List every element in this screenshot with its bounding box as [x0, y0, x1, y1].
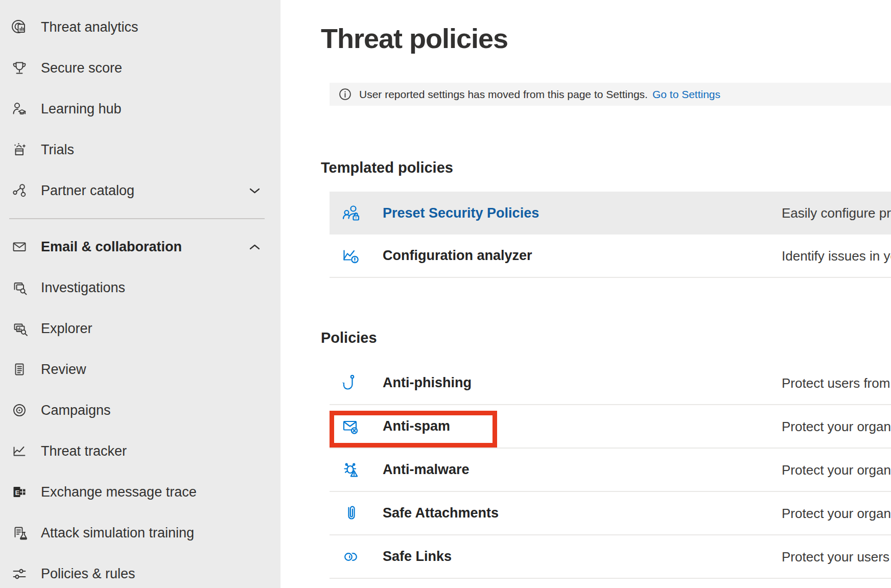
svg-text:E: E — [15, 489, 20, 497]
row-safe-links[interactable]: Safe Links Protect your users fr — [330, 535, 891, 579]
templated-policies-list: Preset Security Policies Easily configur… — [330, 192, 891, 278]
info-icon — [338, 87, 352, 101]
row-description: Easily configure prot — [782, 205, 891, 221]
mail-icon — [10, 238, 29, 256]
row-title-safe-attachments[interactable]: Safe Attachments — [383, 505, 499, 521]
sidebar-item-label: Investigations — [41, 280, 125, 296]
info-banner: User reported settings has moved from th… — [330, 83, 891, 106]
threat-tracker-icon — [10, 442, 29, 460]
sidebar-item-label: Threat analytics — [41, 19, 138, 35]
review-icon — [10, 360, 29, 379]
anti-phishing-icon — [341, 373, 361, 393]
row-anti-phishing[interactable]: Anti-phishing Protect users from p — [330, 362, 891, 405]
row-description: Protect your organiz — [782, 462, 891, 478]
sidebar-item-trials[interactable]: Trials — [0, 129, 280, 170]
sidebar-item-investigations[interactable]: Investigations — [0, 267, 280, 308]
row-title-preset-security-policies[interactable]: Preset Security Policies — [383, 205, 539, 221]
row-title-safe-links[interactable]: Safe Links — [383, 549, 452, 565]
left-navigation: Threat analytics Secure score Learning h… — [0, 0, 280, 588]
sidebar-item-secure-score[interactable]: Secure score — [0, 48, 280, 88]
sidebar-item-label: Trials — [41, 142, 74, 158]
preset-security-icon — [341, 203, 361, 223]
trials-icon — [10, 140, 29, 159]
sidebar-item-label: Learning hub — [41, 101, 122, 117]
sidebar-item-label: Email & collaboration — [41, 239, 182, 255]
anti-spam-icon — [341, 416, 361, 437]
configuration-analyzer-icon — [341, 246, 361, 266]
sidebar-item-label: Partner catalog — [41, 183, 134, 199]
templated-policies-heading: Templated policies — [321, 157, 891, 178]
sidebar-item-threat-tracker[interactable]: Threat tracker — [0, 431, 280, 472]
sidebar-divider — [9, 218, 265, 219]
learning-hub-icon — [10, 100, 29, 118]
sidebar-item-label: Threat tracker — [41, 443, 127, 459]
row-title-anti-malware[interactable]: Anti-malware — [383, 462, 470, 478]
safe-links-icon — [341, 547, 361, 567]
sidebar-item-label: Attack simulation training — [41, 525, 194, 541]
sidebar-item-label: Review — [41, 362, 86, 378]
sidebar-item-label: Policies & rules — [41, 566, 135, 582]
row-description: Protect your organiz — [782, 505, 891, 521]
exchange-icon: E — [10, 483, 29, 501]
attack-simulation-icon — [10, 524, 29, 542]
row-description: Protect your organiz — [782, 418, 891, 434]
row-title-configuration-analyzer[interactable]: Configuration analyzer — [383, 248, 532, 264]
row-title-anti-spam[interactable]: Anti-spam — [383, 418, 450, 434]
sidebar-item-review[interactable]: Review — [0, 349, 280, 390]
sidebar-item-exchange-message-trace[interactable]: E Exchange message trace — [0, 472, 280, 512]
row-title-anti-phishing[interactable]: Anti-phishing — [383, 375, 472, 391]
partner-catalog-icon — [10, 181, 29, 200]
sidebar-item-label: Secure score — [41, 60, 122, 76]
sidebar-item-label: Explorer — [41, 321, 92, 337]
sidebar-item-policies-rules[interactable]: Policies & rules — [0, 553, 280, 588]
policies-heading: Policies — [321, 327, 891, 348]
sidebar-item-email-collaboration[interactable]: Email & collaboration — [0, 226, 280, 267]
row-description: Protect users from p — [782, 375, 891, 391]
chevron-up-icon[interactable] — [249, 244, 260, 250]
chevron-down-icon[interactable] — [249, 188, 260, 194]
anti-malware-icon — [341, 460, 361, 480]
row-description: Identify issues in you — [782, 248, 891, 264]
policies-rules-icon — [10, 565, 29, 583]
sidebar-item-learning-hub[interactable]: Learning hub — [0, 88, 280, 129]
trophy-icon — [10, 59, 29, 77]
row-anti-spam[interactable]: Anti-spam Protect your organiz — [330, 405, 891, 449]
go-to-settings-link[interactable]: Go to Settings — [652, 88, 720, 101]
main-content: Threat policies User reported settings h… — [280, 0, 891, 588]
policies-list: Anti-phishing Protect users from p Anti-… — [330, 362, 891, 579]
sidebar-item-campaigns[interactable]: Campaigns — [0, 390, 280, 431]
sidebar-item-explorer[interactable]: Explorer — [0, 308, 280, 349]
sidebar-item-label: Campaigns — [41, 403, 111, 418]
row-description: Protect your users fr — [782, 549, 891, 565]
row-safe-attachments[interactable]: Safe Attachments Protect your organiz — [330, 492, 891, 535]
campaigns-icon — [10, 401, 29, 419]
sidebar-item-threat-analytics[interactable]: Threat analytics — [0, 7, 280, 48]
safe-attachments-icon — [341, 503, 361, 524]
sidebar-item-attack-simulation-training[interactable]: Attack simulation training — [0, 512, 280, 553]
row-configuration-analyzer[interactable]: Configuration analyzer Identify issues i… — [330, 234, 891, 278]
threat-analytics-icon — [10, 18, 29, 36]
sidebar-item-partner-catalog[interactable]: Partner catalog — [0, 170, 280, 211]
page-title: Threat policies — [321, 21, 891, 55]
sidebar-item-label: Exchange message trace — [41, 484, 197, 500]
investigations-icon — [10, 278, 29, 297]
banner-text: User reported settings has moved from th… — [359, 88, 648, 101]
row-preset-security-policies[interactable]: Preset Security Policies Easily configur… — [330, 192, 891, 234]
row-anti-malware[interactable]: Anti-malware Protect your organiz — [330, 449, 891, 492]
explorer-icon — [10, 319, 29, 338]
